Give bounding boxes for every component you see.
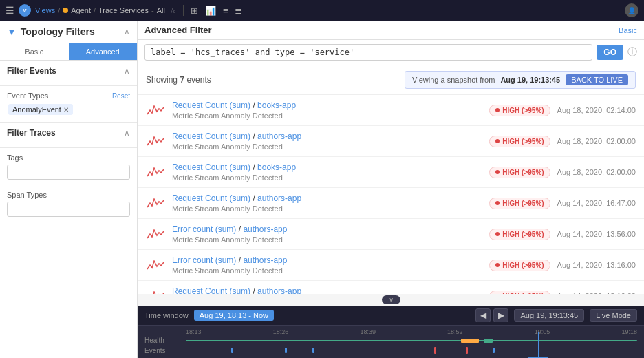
event-service-link[interactable]: authors-app [243, 255, 287, 265]
event-row[interactable]: Request Count (sum) / authors-app Metric… [138, 281, 644, 294]
filter-events-title: Filter Events [7, 66, 56, 76]
event-metric-link[interactable]: Request Count (sum) [172, 286, 250, 294]
breadcrumb-trace[interactable]: Trace Services [98, 6, 149, 14]
events-area: Showing 7 events Viewing a snapshot from… [138, 65, 644, 294]
sidebar-collapse-icon[interactable]: ∧ [124, 27, 130, 36]
event-title: Request Count (sum) / books-app [172, 162, 482, 172]
event-subtitle: Metric Stream Anomaly Detected [172, 143, 482, 151]
filter-traces-collapse[interactable]: ∧ [124, 128, 130, 138]
snapshot-bar: Viewing a snapshot from Aug 19, 19:13:45… [405, 71, 636, 89]
info-icon[interactable]: ⓘ [627, 46, 637, 59]
filter-input-row: GO ⓘ [138, 40, 644, 65]
event-row[interactable]: Error count (sum) / authors-app Metric S… [138, 250, 644, 281]
grid-icon[interactable]: ⊞ [191, 6, 198, 16]
span-types-input[interactable] [7, 202, 130, 217]
event-time: Aug 14, 2020, 13:16:00 [557, 261, 636, 269]
event-service-link[interactable]: authors-app [257, 286, 301, 294]
event-anomaly-icon [146, 193, 165, 213]
event-metric-link[interactable]: Request Count (sum) [172, 193, 250, 203]
event-metric-link[interactable]: Request Count (sum) [172, 101, 250, 110]
breadcrumb-agent[interactable]: Agent [71, 6, 91, 14]
breadcrumb-views[interactable]: Views [35, 6, 55, 14]
current-time-line [538, 332, 539, 358]
event-info: Request Count (sum) / authors-app Metric… [172, 286, 482, 294]
timeline-events-row: Events 19:13 [144, 346, 637, 358]
event-badge: HIGH (>95%) [489, 136, 550, 147]
chart-icon[interactable]: 📊 [205, 6, 216, 16]
event-row[interactable]: Error count (sum) / authors-app Metric S… [138, 219, 644, 250]
filter-events-collapse[interactable]: ∧ [124, 66, 130, 76]
breadcrumb-all[interactable]: All [157, 6, 165, 14]
live-mode-button[interactable]: Live Mode [590, 309, 637, 322]
badge-dot [495, 201, 500, 205]
time-window-pill[interactable]: Aug 19, 18:13 - Now [194, 310, 274, 321]
basic-link[interactable]: Basic [619, 26, 637, 34]
event-service-link[interactable]: authors-app [257, 193, 301, 203]
event-row[interactable]: Request Count (sum) / authors-app Metric… [138, 188, 644, 219]
star-icon[interactable]: ☆ [169, 6, 176, 15]
event-info: Request Count (sum) / books-app Metric S… [172, 162, 482, 182]
event-subtitle: Metric Stream Anomaly Detected [172, 235, 482, 244]
event-metric-link[interactable]: Error count (sum) [172, 255, 236, 265]
event-anomaly-icon [146, 286, 165, 294]
event-row[interactable]: Request Count (sum) / books-app Metric S… [138, 95, 644, 126]
event-subtitle: Metric Stream Anomaly Detected [172, 266, 482, 275]
event-list: Request Count (sum) / books-app Metric S… [138, 95, 644, 294]
timeline-area: Time window Aug 19, 18:13 - Now ◀ ▶ Aug … [138, 306, 644, 358]
event-subtitle: Metric Stream Anomaly Detected [172, 173, 482, 182]
badge-label: HIGH (>95%) [502, 169, 544, 176]
event-title: Error count (sum) / authors-app [172, 255, 482, 265]
event-badge: HIGH (>95%) [489, 260, 550, 271]
list-icon[interactable]: ≡ [223, 6, 228, 16]
tag-remove-icon[interactable]: ✕ [63, 106, 69, 114]
main-content: Advanced Filter Basic GO ⓘ Showing 7 eve… [138, 21, 644, 358]
breadcrumb-sep1: / [58, 6, 60, 14]
tab-advanced[interactable]: Advanced [69, 43, 138, 60]
menu-icon[interactable]: ≣ [235, 6, 242, 16]
timeline-next[interactable]: ▶ [493, 308, 508, 322]
breadcrumb-sep3: - [151, 6, 154, 14]
event-badge: HIGH (>95%) [489, 105, 550, 116]
hamburger-icon[interactable]: ☰ [6, 5, 14, 16]
badge-label: HIGH (>95%) [502, 231, 544, 238]
tags-input[interactable] [7, 165, 130, 180]
user-avatar[interactable]: 👤 [625, 3, 638, 17]
go-button[interactable]: GO [597, 45, 623, 60]
snapshot-time: Aug 19, 19:13:45 [500, 76, 560, 84]
timeline-prev[interactable]: ◀ [475, 308, 491, 322]
filter-query-input[interactable] [144, 44, 592, 61]
badge-dot [495, 170, 500, 174]
sidebar-title: Topology Filters [21, 26, 95, 37]
event-metric-link[interactable]: Request Count (sum) [172, 162, 250, 172]
event-service-link[interactable]: books-app [257, 162, 296, 172]
event-anomaly-icon [146, 224, 165, 244]
back-live-button[interactable]: BACK TO LIVE [566, 74, 628, 85]
filter-bar: Advanced Filter Basic [138, 21, 644, 40]
badge-dot [495, 139, 500, 143]
sidebar: ▼ Topology Filters ∧ Basic Advanced Filt… [0, 21, 138, 358]
badge-dot [495, 263, 500, 267]
anomaly-event-tag: AnomalyEvent ✕ [8, 104, 73, 115]
badge-label: HIGH (>95%) [502, 138, 544, 145]
filter-traces-title: Filter Traces [7, 128, 56, 138]
event-anomaly-icon [146, 101, 165, 120]
tab-basic[interactable]: Basic [0, 43, 69, 60]
event-metric-link[interactable]: Error count (sum) [172, 224, 236, 234]
reset-link[interactable]: Reset [112, 92, 130, 100]
event-time: Aug 18, 2020, 02:14:00 [557, 106, 636, 114]
event-service-link[interactable]: authors-app [243, 224, 287, 234]
event-service-link[interactable]: authors-app [257, 131, 301, 141]
span-types-label: Span Types [7, 191, 47, 199]
event-row[interactable]: Request Count (sum) / books-app Metric S… [138, 157, 644, 188]
event-title: Request Count (sum) / authors-app [172, 286, 482, 294]
breadcrumb-sep2: / [94, 6, 96, 14]
timeline-collapse[interactable]: ∨ [138, 294, 644, 306]
tags-label: Tags [7, 154, 23, 162]
event-service-link[interactable]: books-app [257, 101, 296, 110]
event-info: Request Count (sum) / authors-app Metric… [172, 131, 482, 151]
tab-row: Basic Advanced [0, 43, 137, 61]
event-row[interactable]: Request Count (sum) / authors-app Metric… [138, 126, 644, 157]
snapshot-prefix: Viewing a snapshot from [412, 76, 495, 84]
event-metric-link[interactable]: Request Count (sum) [172, 131, 250, 141]
sidebar-header: ▼ Topology Filters ∧ [0, 21, 137, 43]
